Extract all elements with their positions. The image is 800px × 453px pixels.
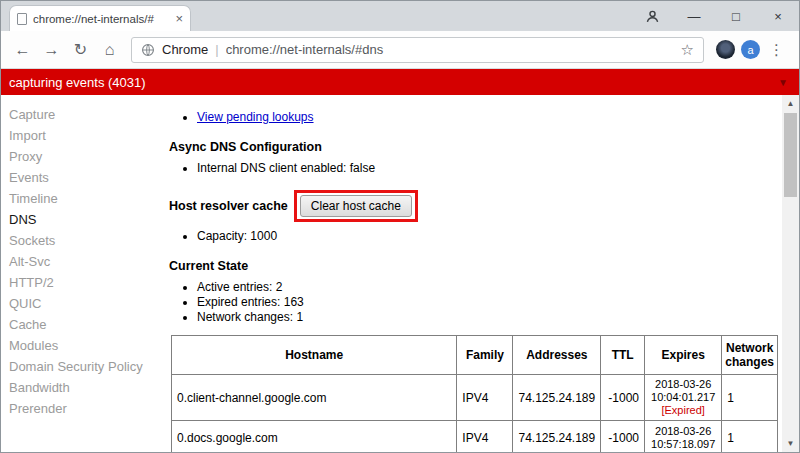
cell-hostname: 0.client-channel.google.com [172, 375, 457, 421]
col-hostname: Hostname [172, 336, 457, 375]
maximize-button[interactable]: □ [715, 1, 757, 31]
menu-icon[interactable]: ⋮ [762, 41, 791, 59]
sidebar-item-cache[interactable]: Cache [9, 314, 161, 335]
cell-network-changes: 1 [722, 375, 778, 421]
cell-network-changes: 1 [722, 421, 778, 453]
sidebar-item-capture[interactable]: Capture [9, 104, 161, 125]
col-ttl: TTL [601, 336, 645, 375]
sidebar-item-prerender[interactable]: Prerender [9, 398, 161, 419]
cell-hostname: 0.docs.google.com [172, 421, 457, 453]
cell-expires: 2018-03-26 10:04:01.217 [Expired] [645, 375, 722, 421]
col-expires: Expires [645, 336, 722, 375]
sidebar-item-events[interactable]: Events [9, 167, 161, 188]
host-resolver-cache-heading: Host resolver cache [169, 199, 288, 213]
browser-tab[interactable]: chrome://net-internals/# × [9, 5, 191, 31]
minimize-button[interactable]: — [673, 1, 715, 31]
sidebar-item-modules[interactable]: Modules [9, 335, 161, 356]
expires-date: 2018-03-26 [646, 425, 720, 438]
table-row: 0.client-channel.google.com IPV4 74.125.… [172, 375, 778, 421]
dns-cache-table: Hostname Family Addresses TTL Expires Ne… [171, 335, 778, 452]
sidebar-item-http2[interactable]: HTTP/2 [9, 272, 161, 293]
sidebar-item-alt-svc[interactable]: Alt-Svc [9, 251, 161, 272]
window-controls: — □ × [631, 1, 799, 31]
tab-title: chrome://net-internals/# [33, 13, 169, 25]
col-addresses: Addresses [513, 336, 601, 375]
expired-entries-item: Expired entries: 163 [197, 295, 778, 310]
sidebar-item-bandwidth[interactable]: Bandwidth [9, 377, 161, 398]
scrollbar-thumb[interactable] [784, 113, 797, 197]
reload-icon[interactable]: ↻ [67, 36, 94, 63]
current-state-heading: Current State [169, 259, 778, 273]
capture-status-text: capturing events (4031) [9, 75, 146, 90]
capacity-item: Capacity: 1000 [197, 229, 778, 244]
dns-panel: View pending lookups Async DNS Configura… [161, 95, 782, 452]
cell-ttl: -1000 [601, 421, 645, 453]
network-changes-item: Network changes: 1 [197, 310, 778, 325]
expires-time: 10:57:18.097 [646, 438, 720, 451]
tab-close-icon[interactable]: × [175, 12, 183, 25]
annotation-highlight-box: Clear host cache [294, 190, 418, 222]
banner-dropdown-icon[interactable]: ▼ [778, 77, 788, 88]
clear-host-cache-button[interactable]: Clear host cache [300, 195, 412, 217]
page-content: Capture Import Proxy Events Timeline DNS… [1, 95, 799, 452]
cell-ttl: -1000 [601, 375, 645, 421]
back-icon[interactable]: ← [9, 36, 36, 63]
address-bar[interactable]: Chrome | chrome://net-internals/#dns ☆ [131, 37, 704, 63]
tab-strip: chrome://net-internals/# × — □ × [1, 1, 799, 31]
table-row: 0.docs.google.com IPV4 74.125.24.189 -10… [172, 421, 778, 453]
sidebar-item-import[interactable]: Import [9, 125, 161, 146]
view-pending-lookups-link[interactable]: View pending lookups [197, 110, 314, 124]
sidebar-item-sockets[interactable]: Sockets [9, 230, 161, 251]
capture-status-banner: capturing events (4031) ▼ [1, 69, 799, 95]
vertical-scrollbar[interactable]: ▲ ▼ [782, 95, 799, 452]
expired-flag: [Expired] [646, 404, 720, 417]
bookmark-star-icon[interactable]: ☆ [681, 41, 694, 59]
sidebar-item-domain-security-policy[interactable]: Domain Security Policy [9, 356, 161, 377]
browser-window: chrome://net-internals/# × — □ × ← → ↻ ⌂ [0, 0, 800, 453]
async-dns-heading: Async DNS Configuration [169, 140, 778, 154]
profile-avatar[interactable]: a [741, 40, 760, 59]
sidebar-nav: Capture Import Proxy Events Timeline DNS… [1, 95, 161, 452]
active-entries-item: Active entries: 2 [197, 280, 778, 295]
scroll-down-icon[interactable]: ▼ [782, 435, 799, 452]
col-family: Family [457, 336, 513, 375]
sidebar-item-quic[interactable]: QUIC [9, 293, 161, 314]
omnibox-url[interactable]: chrome://net-internals/#dns [226, 42, 674, 57]
cell-family: IPV4 [457, 375, 513, 421]
cell-addresses: 74.125.24.189 [513, 421, 601, 453]
globe-icon [141, 43, 155, 57]
cell-family: IPV4 [457, 421, 513, 453]
scroll-up-icon[interactable]: ▲ [782, 95, 799, 112]
sidebar-item-dns[interactable]: DNS [9, 209, 161, 230]
forward-icon[interactable]: → [38, 36, 65, 63]
profile-icon[interactable] [631, 1, 673, 31]
expires-time: 10:04:01.217 [646, 391, 720, 404]
omnibox-engine-label: Chrome [162, 42, 208, 57]
page-favicon-icon [17, 13, 27, 25]
cell-expires: 2018-03-26 10:57:18.097 [645, 421, 722, 453]
sidebar-item-proxy[interactable]: Proxy [9, 146, 161, 167]
omnibox-separator: | [215, 42, 218, 57]
sidebar-item-timeline[interactable]: Timeline [9, 188, 161, 209]
cell-addresses: 74.125.24.189 [513, 375, 601, 421]
extension-icon[interactable] [716, 40, 735, 59]
home-icon[interactable]: ⌂ [96, 36, 123, 63]
table-header-row: Hostname Family Addresses TTL Expires Ne… [172, 336, 778, 375]
col-network-changes: Network changes [722, 336, 778, 375]
close-button[interactable]: × [757, 1, 799, 31]
expires-date: 2018-03-26 [646, 378, 720, 391]
browser-toolbar: ← → ↻ ⌂ Chrome | chrome://net-internals/… [1, 31, 799, 69]
internal-dns-client-item: Internal DNS client enabled: false [197, 161, 778, 176]
